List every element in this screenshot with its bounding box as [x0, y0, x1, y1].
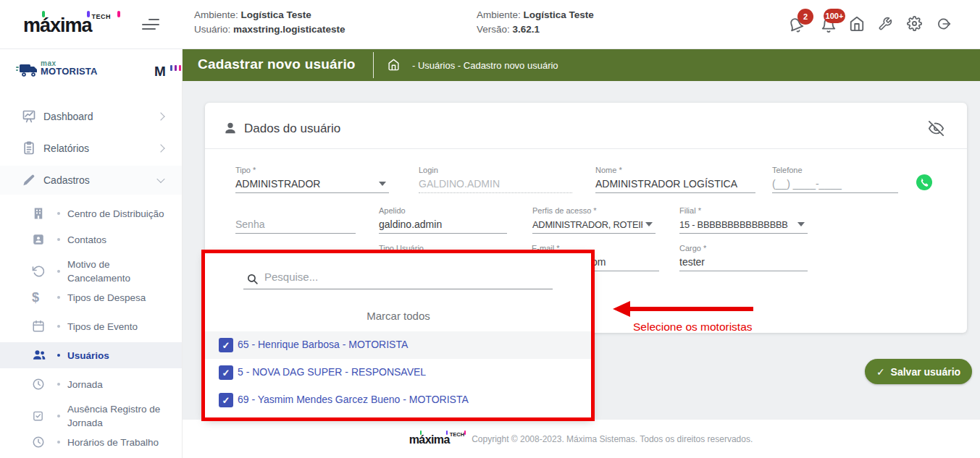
sidebar-item-horarios-trabalho[interactable]: Horários de Trabalho — [0, 428, 182, 457]
contact-card-icon — [32, 233, 45, 246]
bullet-dot — [57, 325, 60, 328]
sidebar-item-relatorios[interactable]: Relatórios — [0, 134, 182, 163]
sidebar-item-tipos-evento[interactable]: Tipos de Evento — [0, 312, 182, 341]
sidebar: max MOTORISTA M Dashboard Relatórios Cad… — [0, 49, 182, 458]
sidebar-label: Contatos — [67, 233, 175, 247]
login-field: Login GALDINO.ADMIN — [419, 166, 572, 193]
brand-sub: TECH — [92, 13, 112, 20]
cargo-label: Cargo * — [679, 244, 808, 254]
login-label: Login — [419, 166, 572, 176]
sidebar-label: Tipos de Evento — [67, 320, 175, 334]
versao-value: 3.62.1 — [513, 24, 540, 35]
checkbox-checked-icon[interactable]: ✓ — [219, 338, 233, 352]
select-all-button[interactable]: Marcar todos — [205, 310, 592, 322]
perfis-acesso-select[interactable]: Perfis de acesso * ADMINISTRADOR, ROTEIR… — [532, 206, 656, 234]
sidebar-item-dashboard[interactable]: Dashboard — [0, 102, 182, 131]
calendar-icon — [32, 320, 45, 333]
cargo-value: tester — [679, 256, 808, 268]
driver-option-label: 65 - Henrique Barbosa - MOTORISTA — [238, 339, 408, 350]
sidebar-label: Horários de Trabalho — [67, 436, 175, 449]
cargo-field[interactable]: Cargo * tester — [679, 244, 808, 271]
dropdown-arrow-icon — [797, 222, 805, 226]
sidebar-item-cadastros[interactable]: Cadastros — [0, 166, 182, 195]
senha-field[interactable]: Senha — [235, 206, 356, 234]
maximatech-logo: máximaTECH — [23, 13, 111, 38]
section-title: Dados do usuário — [244, 122, 340, 136]
tipo-select[interactable]: Tipo * ADMINISTRADOR — [235, 166, 389, 193]
check-icon: ✓ — [876, 366, 885, 378]
sidebar-label: Relatórios — [43, 143, 89, 154]
report-clipboard-icon — [22, 141, 36, 156]
nome-field[interactable]: Nome * ADMINISTRADOR LOGÍSTICA — [595, 166, 755, 193]
usuario-label: Usuário: — [194, 24, 230, 35]
tipo-value: ADMINISTRADOR — [235, 178, 389, 190]
page-title: Cadastrar novo usuário — [198, 56, 356, 72]
clock-icon — [32, 378, 45, 391]
building-icon — [32, 207, 45, 220]
eye-off-icon[interactable] — [929, 121, 944, 136]
sidebar-item-contatos[interactable]: Contatos — [0, 225, 182, 254]
ambiente2-value: Logística Teste — [524, 9, 594, 20]
maxmotorista-logo: max MOTORISTA — [41, 59, 98, 75]
checkbox-checked-icon[interactable]: ✓ — [219, 365, 233, 380]
home-icon[interactable] — [849, 16, 865, 32]
logout-icon[interactable] — [937, 17, 951, 31]
environment-version-info: Ambiente: Logística Teste Versão: 3.62.1 — [477, 8, 594, 37]
senha-placeholder: Senha — [235, 219, 356, 230]
ambiente-label: Ambiente: — [194, 9, 238, 20]
menu-toggle-icon[interactable] — [142, 19, 161, 30]
apelido-field[interactable]: Apelido galdino.admin — [379, 206, 507, 234]
sidebar-label: Centro de Distribuição — [67, 207, 175, 221]
usuario-value: maxstring.logisticateste — [233, 24, 345, 35]
chevron-down-icon — [156, 175, 164, 183]
tipo-label: Tipo * — [235, 166, 389, 176]
breadcrumb-home-icon[interactable] — [388, 59, 400, 71]
chevron-right-icon — [156, 144, 164, 152]
card-divider — [205, 148, 967, 149]
chevron-right-icon — [156, 112, 164, 120]
save-user-button[interactable]: ✓Salvar usuário — [865, 359, 972, 384]
driver-option[interactable]: ✓ 5 - NOVA DAG SUPER - RESPONSAVEL — [205, 359, 592, 386]
search-icon — [246, 273, 259, 285]
filial-label: Filial * — [679, 206, 808, 216]
driver-option[interactable]: ✓ 69 - Yasmim Mendes Garcez Bueno - MOTO… — [205, 386, 592, 414]
senha-label-spacer — [235, 206, 356, 216]
sidebar-item-tipos-despesa[interactable]: $ Tipos de Despesa — [0, 283, 182, 312]
search-input[interactable] — [264, 271, 511, 283]
sidebar-label: Cadastros — [43, 174, 90, 186]
save-button-label: Salvar usuário — [891, 366, 961, 378]
telefone-field[interactable]: Telefone (__) ____-____ — [772, 166, 898, 193]
checkbox-checked-icon[interactable]: ✓ — [219, 393, 233, 407]
apelido-label: Apelido — [379, 206, 507, 216]
login-value: GALDINO.ADMIN — [419, 178, 572, 190]
driver-option[interactable]: ✓ 65 - Henrique Barbosa - MOTORISTA — [205, 331, 592, 359]
notification-count-badge: 100+ — [824, 9, 845, 23]
bullet-dot — [57, 383, 60, 386]
undo-arrow-icon — [32, 265, 45, 278]
mini-m: M — [154, 64, 166, 79]
sidebar-label: Motivo de Cancelamento — [67, 258, 175, 285]
page-title-bar: Cadastrar novo usuário - Usuários - Cada… — [182, 49, 980, 81]
drivers-dropdown-panel: Marcar todos ✓ 65 - Henrique Barbosa - M… — [205, 253, 592, 418]
whatsapp-icon[interactable] — [916, 174, 933, 191]
footer-brand-wordmark: máxima — [409, 433, 450, 446]
filial-select[interactable]: Filial * 15 - BBBBBBBBBBBBBBB — [679, 206, 808, 234]
check-square-icon — [32, 410, 44, 423]
clock-icon — [32, 436, 45, 449]
dashboard-icon — [22, 109, 36, 124]
bullet-dot — [57, 238, 60, 241]
telefone-mask-value: (__) ____-____ — [772, 178, 898, 190]
gear-icon[interactable] — [907, 16, 922, 31]
sidebar-label: Tipos de Despesa — [67, 291, 175, 305]
sidebar-item-jornada[interactable]: Jornada — [0, 370, 182, 399]
logo-tick-purple — [87, 11, 90, 17]
tipo-usuario-label: Tipo Usuário — [379, 244, 507, 254]
bullet-dot — [57, 270, 60, 273]
wrench-icon[interactable] — [878, 17, 892, 31]
apelido-value: galdino.admin — [379, 219, 507, 230]
dropdown-arrow-icon — [379, 182, 386, 186]
bullet-dot — [57, 354, 60, 357]
search-underline — [243, 289, 553, 289]
sidebar-label: Usuários — [67, 349, 175, 362]
sidebar-item-usuarios[interactable]: Usuários — [0, 342, 182, 368]
